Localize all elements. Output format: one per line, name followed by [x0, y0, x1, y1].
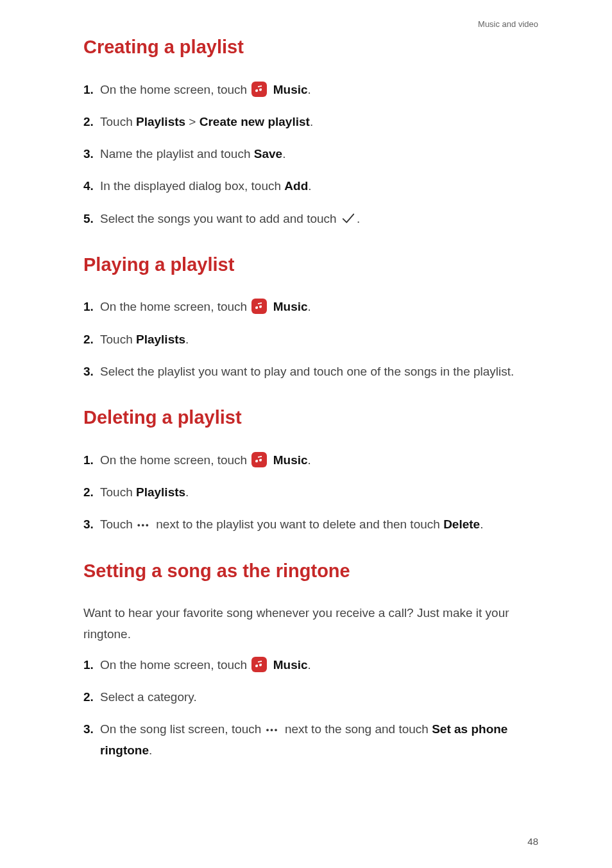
step-item: In the displayed dialog box, touch Add.: [83, 176, 538, 196]
section-heading: Playing a playlist: [83, 251, 538, 279]
music-app-icon: [251, 299, 267, 314]
step-item: Touch Playlists.: [83, 482, 538, 503]
step-item: Select a category.: [83, 687, 538, 707]
app-label: Music: [273, 300, 308, 313]
step-item: Touch Playlists > Create new playlist.: [83, 112, 538, 132]
step-list: On the home screen, touch Music.Touch Pl…: [83, 450, 538, 535]
ui-label: Playlists: [136, 115, 185, 128]
checkmark-icon: [341, 211, 355, 223]
section-intro: Want to hear your favorite song whenever…: [83, 603, 538, 645]
section-heading: Creating a playlist: [83, 33, 538, 62]
step-item: On the home screen, touch Music.: [83, 655, 538, 675]
step-item: Name the playlist and touch Save.: [83, 144, 538, 164]
section-heading: Setting a song as the ringtone: [83, 557, 538, 586]
step-list: On the home screen, touch Music.Touch Pl…: [83, 297, 538, 382]
app-label: Music: [273, 453, 308, 467]
step-item: On the home screen, touch Music.: [83, 297, 538, 317]
step-list: On the home screen, touch Music.Touch Pl…: [83, 80, 538, 229]
music-app-icon: [251, 452, 267, 467]
step-item: Touch Playlists.: [83, 329, 538, 350]
page-content: Creating a playlistOn the home screen, t…: [83, 33, 538, 761]
page-number: 48: [527, 835, 538, 849]
ui-label: Add: [284, 179, 308, 193]
step-item: On the home screen, touch Music.: [83, 450, 538, 471]
more-dots-icon: •••: [137, 518, 151, 532]
app-label: Music: [273, 658, 308, 672]
ui-label: Playlists: [136, 485, 185, 499]
step-item: On the song list screen, touch ••• next …: [83, 719, 538, 761]
ui-label: Delete: [443, 517, 480, 531]
music-app-icon: [251, 82, 267, 97]
step-item: On the home screen, touch Music.: [83, 80, 538, 100]
ui-label: Save: [254, 147, 282, 161]
step-list: On the home screen, touch Music.Select a…: [83, 655, 538, 761]
more-dots-icon: •••: [266, 723, 280, 737]
ui-label: Playlists: [136, 333, 185, 346]
section-heading: Deleting a playlist: [83, 404, 538, 432]
step-item: Touch ••• next to the playlist you want …: [83, 514, 538, 535]
step-item: Select the playlist you want to play and…: [83, 361, 538, 382]
ui-label: Create new playlist: [200, 115, 310, 128]
music-app-icon: [251, 657, 267, 672]
app-label: Music: [273, 83, 308, 96]
page-header: Music and video: [478, 18, 538, 31]
step-item: Select the songs you want to add and tou…: [83, 209, 538, 229]
ui-label: Set as phone ringtone: [100, 722, 507, 756]
